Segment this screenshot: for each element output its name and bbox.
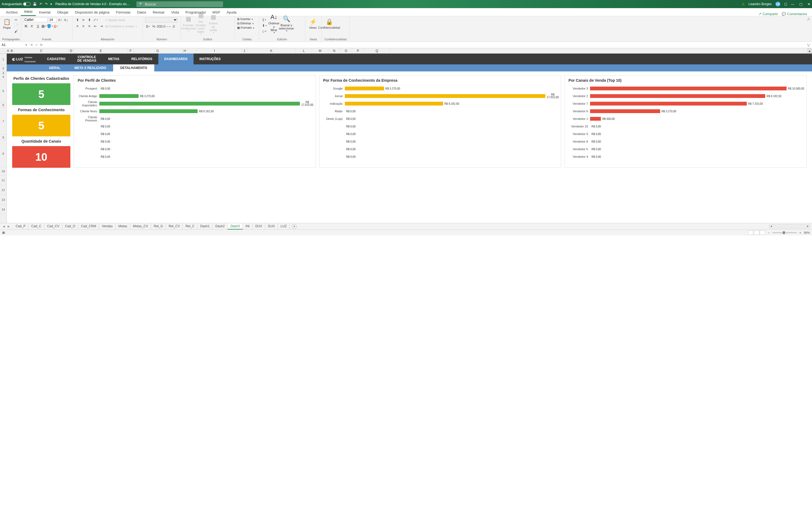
cell-styles-button[interactable]: ▦Estilos decelda▾ (208, 17, 219, 30)
zoom-out-icon[interactable]: − (768, 231, 770, 234)
increase-indent-icon[interactable]: ⇥ (99, 23, 104, 29)
sort-filter-button[interactable]: A↓Ordenar yfiltrar▾ (268, 17, 279, 30)
accept-formula-icon[interactable]: ✓ (35, 43, 38, 47)
format-table-button[interactable]: ▦Dar formatocomo tabla▾ (195, 17, 206, 30)
column-header[interactable]: A (7, 48, 10, 53)
delete-cells-button[interactable]: ⊟ Eliminar ▾ (237, 22, 253, 25)
sheet-tab-luz[interactable]: LUZ (278, 223, 290, 230)
normal-view-icon[interactable] (748, 231, 753, 235)
sheet-prev-icon[interactable]: ◄ (2, 224, 5, 228)
maximize-icon[interactable]: ▢ (799, 2, 802, 6)
column-header[interactable]: F (128, 48, 134, 53)
ribbon-tab-disposición de página[interactable]: Disposición de página (72, 8, 112, 16)
row-header[interactable]: 13 (0, 195, 6, 204)
paste-button[interactable]: 📋Pegar (2, 17, 12, 30)
currency-icon[interactable]: $▾ (145, 24, 151, 29)
ideas-button[interactable]: ⚡Ideas (307, 17, 318, 30)
italic-button[interactable]: K (29, 23, 35, 29)
ribbon-tab-fórmulas[interactable]: Fórmulas (112, 8, 134, 16)
column-header[interactable]: P (352, 48, 364, 53)
column-header[interactable]: M (312, 48, 328, 53)
page-layout-view-icon[interactable] (754, 231, 759, 235)
align-middle-icon[interactable]: ≡ (81, 17, 86, 22)
sheet-tab-dash2[interactable]: Dash2 (212, 223, 228, 230)
share-button[interactable]: ↗ Compartir (758, 12, 778, 16)
column-header[interactable]: O (340, 48, 352, 53)
fill-icon[interactable]: ⬇▾ (262, 23, 267, 28)
ribbon-tab-vista[interactable]: Vista (168, 8, 182, 16)
align-right-icon[interactable]: ≡ (87, 23, 92, 29)
row-header[interactable]: 8 (0, 135, 6, 140)
align-left-icon[interactable]: ≡ (75, 23, 80, 29)
thousands-icon[interactable]: 000 (157, 24, 162, 29)
comments-button[interactable]: 💬 Comentarios (782, 12, 807, 16)
conditional-format-button[interactable]: ▦Formatocondicional▾ (183, 17, 194, 30)
dash-nav-relatórios[interactable]: RELATÓRIOS (125, 54, 158, 65)
insert-cells-button[interactable]: ⊞ Insertar ▾ (237, 17, 253, 21)
formula-input[interactable] (45, 43, 805, 47)
column-headers[interactable]: ABCDEFGHIJKLMNOPQ▴ (0, 48, 812, 54)
row-header[interactable]: 5 (0, 79, 6, 102)
ribbon-tab-archivo[interactable]: Archivo (3, 8, 21, 16)
ribbon-tab-datos[interactable]: Datos (134, 8, 149, 16)
number-format-select[interactable] (145, 17, 178, 22)
column-header[interactable]: G (134, 48, 182, 53)
subnav-detalhamento[interactable]: DETALHAMENTO (113, 65, 154, 71)
percent-icon[interactable]: % (151, 24, 156, 29)
font-color-icon[interactable]: A▾ (53, 23, 58, 29)
row-header[interactable]: 6 (0, 102, 6, 108)
increase-decimal-icon[interactable]: .0→ (163, 24, 169, 29)
column-header[interactable]: L (296, 48, 312, 53)
page-break-view-icon[interactable] (760, 231, 765, 235)
align-top-icon[interactable]: ⬆ (75, 17, 80, 22)
row-header[interactable]: 7 (0, 108, 6, 135)
dash-nav-instruções[interactable]: INSTRUÇÕES (194, 54, 227, 65)
subnav-meta-x-realizado[interactable]: META X REALIZADO (67, 65, 113, 71)
save-icon[interactable]: 💾 (33, 2, 37, 6)
column-header[interactable]: J (242, 48, 247, 53)
column-header[interactable]: D (69, 48, 74, 53)
undo-icon[interactable]: ↶ (39, 2, 42, 6)
ribbon-tab-insertar[interactable]: Insertar (36, 8, 54, 16)
sheet-next-icon[interactable]: ► (7, 224, 10, 228)
underline-button[interactable]: S (35, 23, 41, 29)
dash-nav-controle-de-vendas[interactable]: CONTROLEDE VENDAS (71, 54, 102, 65)
sheet-tab-metas[interactable]: Metas (116, 223, 130, 230)
zoom-level[interactable]: 90% (804, 231, 810, 234)
align-bottom-icon[interactable]: ⬇ (87, 17, 92, 22)
add-sheet-button[interactable]: + (292, 224, 297, 229)
column-header[interactable]: K (247, 48, 296, 53)
row-header[interactable]: 1 (0, 54, 6, 65)
sheet-tab-duv[interactable]: DUV (252, 223, 265, 230)
font-name-select[interactable] (23, 17, 48, 22)
user-name[interactable]: Leandro Borges (749, 2, 772, 6)
ribbon-tab-dibujar[interactable]: Dibujar (54, 8, 72, 16)
horizontal-scrollbar[interactable] (769, 224, 810, 228)
close-icon[interactable]: ✕ (807, 2, 810, 6)
wrap-text-button[interactable]: ↵ Ajustar texto (106, 18, 137, 22)
redo-icon[interactable]: ↷ (45, 2, 48, 6)
column-header[interactable]: H (182, 48, 188, 53)
cut-icon[interactable]: ✂ (13, 17, 19, 22)
user-avatar[interactable]: LB (775, 2, 780, 6)
dash-nav-cadastro[interactable]: CADASTRO (41, 54, 71, 65)
column-header[interactable]: C (14, 48, 69, 53)
clear-icon[interactable]: ◇▾ (262, 29, 267, 34)
fill-color-icon[interactable]: 🪣▾ (47, 23, 53, 29)
expand-formula-icon[interactable]: ⋁ (805, 43, 812, 47)
sheet-tab-rel_cv[interactable]: Rel_CV (166, 223, 183, 230)
format-cells-button[interactable]: ▦ Formato ▾ (237, 26, 254, 30)
row-header[interactable]: 11 (0, 175, 6, 185)
sheet-tab-cad_crm[interactable]: Cad_CRM (78, 223, 99, 230)
toggle-icon[interactable] (23, 2, 31, 6)
row-header[interactable]: 14 (0, 204, 6, 214)
sheet-tab-rel_c[interactable]: Rel_C (183, 223, 197, 230)
search-input[interactable] (145, 2, 220, 6)
ribbon-tab-revisar[interactable]: Revisar (149, 8, 168, 16)
worksheet-grid[interactable]: ◐ LUZ PlanilhasEmpresariais CADASTROCONT… (7, 54, 812, 223)
sheet-tab-dash1[interactable]: Dash1 (198, 223, 213, 230)
ribbon-display-icon[interactable]: ▢ (784, 2, 787, 6)
dash-nav-metas[interactable]: METAS (102, 54, 125, 65)
decrease-font-icon[interactable]: A↓ (63, 17, 69, 22)
sheet-tab-sug[interactable]: SUG (265, 223, 278, 230)
